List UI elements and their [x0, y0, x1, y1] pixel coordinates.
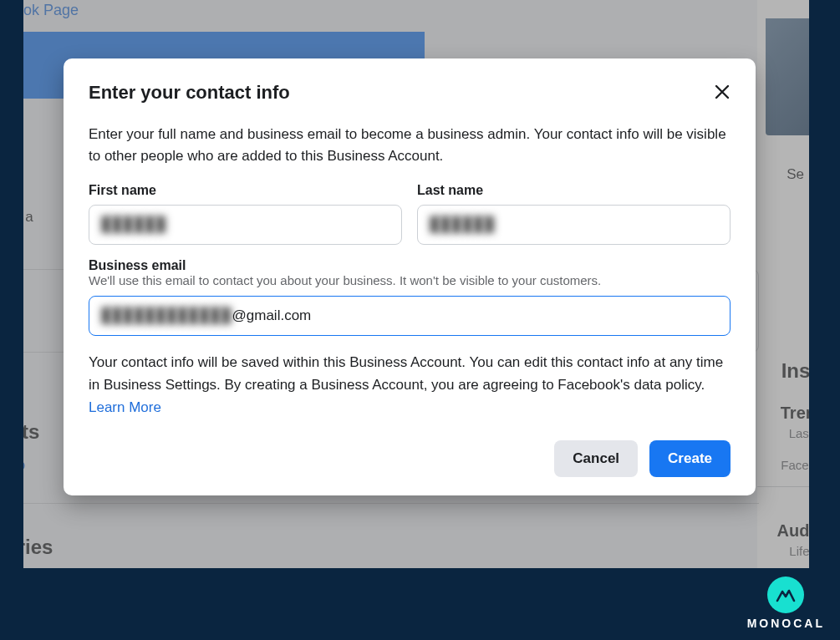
modal-title: Enter your contact info: [89, 82, 731, 104]
watermark: MONOCAL: [747, 577, 825, 630]
contact-info-modal: Enter your contact info Enter your full …: [64, 58, 756, 495]
app-window: ebook Page ave a Ea Wit gue osts st to t…: [23, 0, 809, 568]
first-name-label: First name: [89, 183, 402, 198]
last-name-input[interactable]: ██████: [417, 205, 731, 245]
business-email-suffix: @gmail.com: [232, 307, 312, 324]
business-email-prefix-redacted: ████████████: [101, 307, 232, 324]
cancel-button[interactable]: Cancel: [554, 440, 638, 477]
business-email-input[interactable]: ████████████@gmail.com: [89, 296, 731, 336]
watermark-text: MONOCAL: [747, 617, 825, 630]
modal-description: Enter your full name and business email …: [89, 124, 731, 168]
business-email-label: Business email: [89, 258, 186, 272]
watermark-logo-icon: [767, 577, 804, 613]
first-name-value-redacted: ██████: [101, 216, 166, 233]
business-email-help: We'll use this email to contact you abou…: [89, 273, 731, 287]
disclaimer-text: Your contact info will be saved within t…: [89, 354, 723, 393]
last-name-value-redacted: ██████: [430, 216, 495, 233]
modal-disclaimer: Your contact info will be saved within t…: [89, 351, 731, 419]
first-name-input[interactable]: ██████: [89, 205, 402, 245]
close-button[interactable]: [710, 80, 734, 104]
close-icon: [715, 84, 730, 99]
create-button[interactable]: Create: [649, 440, 731, 477]
learn-more-link[interactable]: Learn More: [89, 399, 161, 415]
last-name-label: Last name: [417, 183, 731, 198]
modal-footer: Cancel Create: [89, 440, 731, 477]
